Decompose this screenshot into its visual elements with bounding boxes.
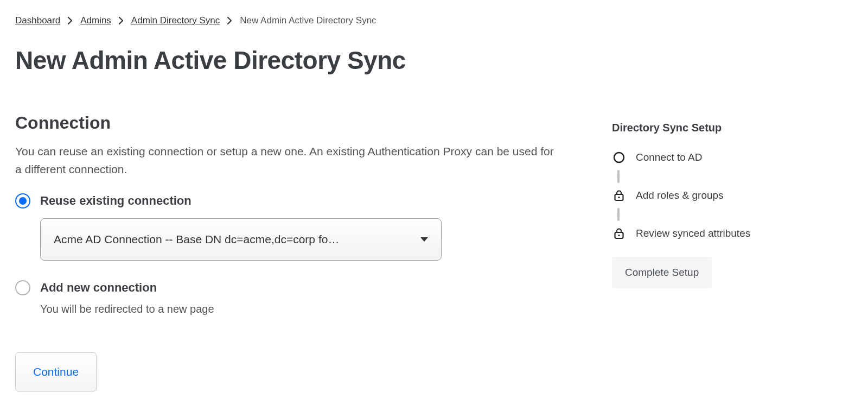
radio-label-addnew: Add new connection: [40, 281, 157, 295]
radio-reuse-existing[interactable]: [15, 193, 30, 208]
radio-add-new-connection[interactable]: [15, 280, 30, 295]
lock-icon: [612, 188, 626, 203]
connection-select-value: Acme AD Connection -- Base DN dc=acme,dc…: [54, 233, 420, 246]
radio-label-reuse: Reuse existing connection: [40, 194, 192, 208]
setup-step-label: Add roles & groups: [636, 189, 724, 201]
connection-select[interactable]: Acme AD Connection -- Base DN dc=acme,dc…: [40, 218, 442, 261]
setup-sidebar: Directory Sync Setup Connect to AD: [612, 113, 796, 288]
continue-button[interactable]: Continue: [15, 352, 97, 391]
page-title: New Admin Active Directory Sync: [15, 46, 853, 75]
chevron-right-icon: [119, 17, 124, 24]
radio-option-reuse: Reuse existing connection Acme AD Connec…: [15, 193, 579, 261]
step-connector: [617, 170, 620, 183]
setup-step-connect: Connect to AD: [612, 149, 796, 166]
chevron-right-icon: [227, 17, 232, 24]
complete-setup-button[interactable]: Complete Setup: [612, 257, 712, 288]
circle-icon: [612, 150, 626, 165]
radio-hint-addnew: You will be redirected to a new page: [40, 303, 579, 315]
setup-step-review: Review synced attributes: [612, 225, 796, 242]
setup-step-label: Review synced attributes: [636, 228, 750, 239]
breadcrumb-current: New Admin Active Directory Sync: [240, 15, 376, 26]
setup-step-roles: Add roles & groups: [612, 187, 796, 204]
chevron-right-icon: [68, 17, 73, 24]
setup-step-label: Connect to AD: [636, 151, 703, 163]
lock-icon: [612, 226, 626, 241]
breadcrumb-link-dashboard[interactable]: Dashboard: [15, 15, 60, 26]
svg-point-2: [618, 197, 620, 198]
chevron-down-icon: [420, 237, 428, 242]
radio-option-add-new: Add new connection You will be redirecte…: [15, 280, 579, 315]
section-heading-connection: Connection: [15, 113, 579, 133]
breadcrumb-link-admins[interactable]: Admins: [80, 15, 111, 26]
svg-point-0: [614, 153, 624, 162]
sidebar-title: Directory Sync Setup: [612, 122, 796, 134]
breadcrumb: Dashboard Admins Admin Directory Sync Ne…: [15, 15, 853, 26]
step-connector: [617, 208, 620, 221]
svg-point-4: [618, 235, 620, 236]
section-description: You can reuse an existing connection or …: [15, 143, 558, 178]
breadcrumb-link-admin-directory-sync[interactable]: Admin Directory Sync: [131, 15, 220, 26]
